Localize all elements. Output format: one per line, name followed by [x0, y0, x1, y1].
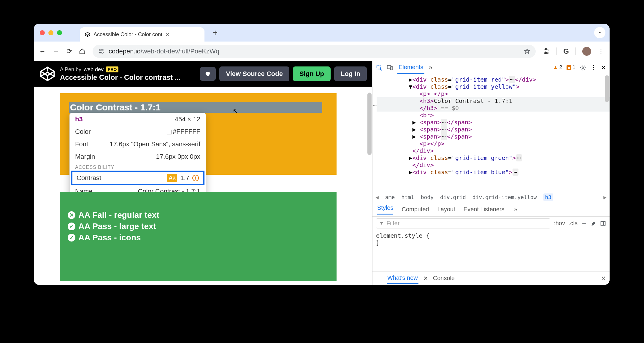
panel-icon	[600, 220, 606, 226]
svg-point-7	[582, 67, 584, 69]
crumb[interactable]: body	[421, 194, 434, 200]
drawer-tab-console[interactable]: Console	[433, 275, 455, 282]
tab-dropdown-button[interactable]	[594, 27, 605, 38]
pen-preview: Color Contrast - 1.7:1 ↖ h3 454 × 12 Col…	[34, 87, 372, 285]
crumb[interactable]: ame	[385, 194, 395, 200]
devtools-more-tabs[interactable]: »	[429, 64, 432, 72]
nav-back-button[interactable]: ←	[39, 47, 46, 55]
subtab-event-listeners[interactable]: Event Listeners	[464, 206, 505, 213]
tooltip-color-value: #FFFFFF	[167, 128, 200, 136]
window-controls	[40, 30, 62, 35]
crumb[interactable]: div.grid-item.yellow	[472, 194, 537, 200]
svg-point-3	[101, 52, 103, 53]
style-rule: element.style {	[376, 232, 606, 239]
toggle-pane-button[interactable]	[600, 220, 606, 226]
svg-point-2	[99, 49, 101, 51]
devtools-settings-button[interactable]	[580, 64, 586, 71]
subtabs-more[interactable]: »	[514, 206, 517, 213]
drawer-tab-close-icon[interactable]: ✕	[423, 275, 428, 282]
chrome-menu-button[interactable]: ⋮	[598, 47, 604, 55]
styles-filter-input[interactable]: Filter	[376, 218, 550, 228]
styles-body[interactable]: element.style { }	[372, 230, 610, 271]
subtab-computed[interactable]: Computed	[402, 206, 429, 213]
brush-icon	[591, 220, 597, 226]
close-window-icon[interactable]	[40, 30, 45, 35]
h3-text: Color Contrast - 1.7:1	[70, 102, 161, 112]
chevron-down-icon	[597, 30, 602, 35]
tooltip-color-label: Color	[75, 128, 91, 136]
green-card: AA Fail - regular text AA Pass - large t…	[60, 192, 337, 281]
styles-tabbar: Styles Computed Layout Event Listeners »	[372, 202, 610, 217]
computed-styles-sidebar-button[interactable]	[591, 220, 597, 226]
nav-forward-button[interactable]: →	[53, 47, 59, 55]
browser-window: Accessible Color - Color cont ✕ + ← → ⟳ …	[34, 24, 610, 285]
devtools-menu-button[interactable]: ⋮	[590, 64, 597, 72]
tooltip-margin-label: Margin	[75, 153, 95, 161]
contrast-value: 1.7	[180, 174, 189, 182]
styles-toolbar: Filter :hov .cls	[372, 217, 610, 230]
page-scrollbar[interactable]	[367, 93, 372, 155]
issues-indicator[interactable]: ■1	[567, 64, 575, 71]
separator	[556, 47, 557, 55]
tooltip-tag: h3	[75, 115, 83, 123]
device-toggle-button[interactable]	[387, 64, 393, 71]
pen-byline: A Pen by web.dev PRO	[60, 66, 181, 73]
reload-button[interactable]: ⟳	[66, 47, 72, 55]
subtab-layout[interactable]: Layout	[437, 206, 455, 213]
codepen-logo-icon[interactable]	[39, 66, 56, 82]
tab-close-icon[interactable]: ✕	[165, 31, 170, 38]
view-source-button[interactable]: View Source Code	[219, 66, 289, 81]
list-item: AA Fail - regular text	[68, 210, 329, 220]
cls-toggle[interactable]: .cls	[569, 220, 578, 227]
color-swatch-icon	[167, 130, 172, 134]
like-button[interactable]	[200, 67, 216, 81]
extensions-icon[interactable]	[543, 48, 550, 55]
gutter-ellipsis-icon: ⋯	[373, 102, 377, 109]
dom-h3-text: Color Contrast - 1.7:1	[434, 97, 513, 104]
issue-icon: ■	[567, 65, 571, 70]
new-style-rule-button[interactable]	[581, 220, 587, 226]
site-settings-icon[interactable]	[98, 48, 104, 55]
crumb-prev-icon[interactable]: ◀	[375, 194, 379, 200]
profile-avatar[interactable]	[582, 47, 591, 56]
inspected-h3[interactable]: Color Contrast - 1.7:1	[69, 102, 322, 113]
crumb-next-icon[interactable]: ▶	[603, 194, 607, 200]
maximize-window-icon[interactable]	[57, 30, 62, 35]
filter-placeholder: Filter	[386, 220, 399, 227]
crumb-selected[interactable]: h3	[543, 193, 553, 201]
devtools-close-button[interactable]: ✕	[601, 64, 606, 71]
google-apps-icon[interactable]: G	[563, 47, 569, 55]
drawer-tab-whatsnew[interactable]: What's new	[387, 273, 418, 284]
crumb[interactable]: div.grid	[440, 194, 466, 200]
bookmark-star-icon[interactable]	[524, 48, 530, 55]
dom-breadcrumbs[interactable]: ◀ ame html body div.grid div.grid-item.y…	[372, 192, 610, 202]
tab-title: Accessible Color - Color cont	[93, 31, 162, 38]
url-text: codepen.io/web-dot-dev/full/PoeKzWq	[109, 47, 219, 55]
subtab-styles[interactable]: Styles	[377, 204, 393, 215]
contrast-warning-icon: !	[192, 175, 199, 181]
inspect-element-button[interactable]	[376, 64, 383, 71]
login-button[interactable]: Log In	[334, 66, 367, 81]
url-bar[interactable]: codepen.io/web-dot-dev/full/PoeKzWq	[93, 45, 536, 58]
crumb[interactable]: html	[401, 194, 414, 200]
drawer-close-button[interactable]: ✕	[601, 275, 606, 282]
devtools-tab-elements[interactable]: Elements	[397, 61, 424, 74]
page-viewport: A Pen by web.dev PRO Accessible Color - …	[34, 61, 372, 285]
signup-button[interactable]: Sign Up	[293, 66, 331, 81]
gear-icon	[580, 64, 586, 71]
minimize-window-icon[interactable]	[48, 30, 53, 35]
browser-toolbar: ← → ⟳ codepen.io/web-dot-dev/full/PoeKzW…	[34, 42, 610, 61]
dom-tree[interactable]: ⋯ ▶<div class="grid-item red">⋯</div> ▼<…	[372, 74, 610, 192]
drawer-menu-button[interactable]: ⋮	[376, 275, 382, 282]
warnings-indicator[interactable]: ▲2	[553, 64, 562, 71]
devtools-scrollbar[interactable]	[605, 75, 609, 102]
fail-icon	[68, 211, 75, 219]
svg-rect-8	[601, 221, 605, 225]
tooltip-font-value: 17.6px "Open Sans", sans-serif	[110, 140, 200, 148]
home-button[interactable]	[79, 48, 85, 55]
contrast-sample-icon: Aa	[167, 174, 177, 182]
new-tab-button[interactable]: +	[213, 28, 218, 37]
browser-tab[interactable]: Accessible Color - Color cont ✕	[80, 27, 204, 42]
mouse-cursor-icon: ↖	[233, 107, 238, 115]
hov-toggle[interactable]: :hov	[554, 220, 565, 227]
